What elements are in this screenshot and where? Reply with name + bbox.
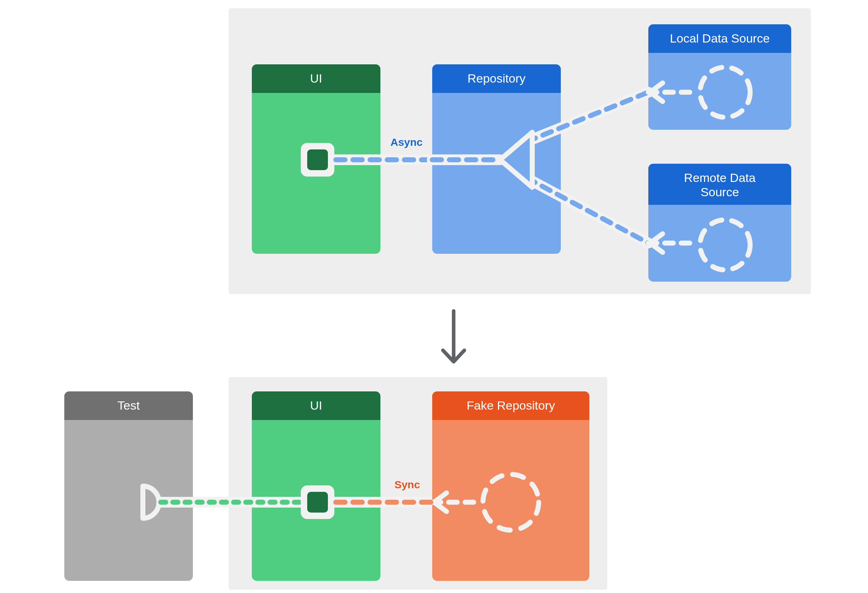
- remote-data-source-box: Remote Data Source: [648, 164, 791, 282]
- top-panel: UI Repository Local Data Source Remote D…: [229, 8, 811, 294]
- test-box: Test: [64, 391, 193, 581]
- test-label: Test: [118, 399, 140, 412]
- svg-rect-29: [432, 415, 589, 420]
- provided-port-icon: [301, 143, 334, 177]
- svg-rect-6: [432, 88, 561, 93]
- remote-ds-label-2: Source: [700, 185, 739, 199]
- local-ds-label: Local Data Source: [670, 31, 770, 45]
- architecture-diagram: UI Repository Local Data Source Remote D…: [0, 0, 868, 593]
- svg-rect-9: [648, 48, 791, 53]
- provided-port-icon: [301, 485, 334, 519]
- remote-ds-label-1: Remote Data: [684, 171, 756, 185]
- bottom-panel: Test UI Fake Repository: [64, 377, 607, 590]
- local-data-source-box: Local Data Source: [648, 24, 791, 130]
- fake-repository-box: Fake Repository: [432, 391, 589, 581]
- sync-label: Sync: [394, 479, 420, 490]
- ui-label-top: UI: [310, 71, 322, 85]
- svg-rect-12: [648, 200, 791, 205]
- required-port-icon: [143, 486, 159, 518]
- fake-repo-label: Fake Repository: [466, 399, 555, 412]
- repository-label: Repository: [468, 71, 526, 85]
- svg-rect-3: [252, 88, 381, 93]
- async-label: Async: [390, 136, 422, 148]
- svg-rect-34: [307, 492, 328, 513]
- ui-label-bottom: UI: [310, 399, 322, 412]
- svg-rect-14: [307, 149, 328, 170]
- svg-rect-23: [64, 415, 193, 420]
- down-arrow-icon: [443, 311, 464, 362]
- svg-rect-26: [252, 415, 381, 420]
